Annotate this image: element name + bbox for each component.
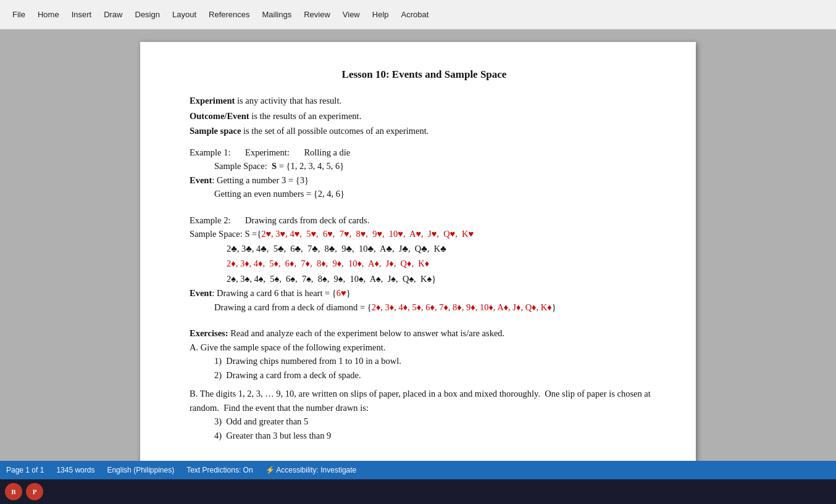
example1-experiment: Example 1: Experiment: Rolling a die bbox=[190, 146, 659, 159]
exercise-a1: 1) Drawing chips numbered from 1 to 10 i… bbox=[214, 354, 659, 368]
language-selector[interactable]: English (Philippines) bbox=[107, 466, 174, 474]
menu-design[interactable]: Design bbox=[129, 7, 166, 22]
example2-event1: Event: Drawing a card 6 that is heart = … bbox=[190, 286, 659, 300]
app-icon-bins[interactable]: B bbox=[5, 483, 22, 500]
menu-draw[interactable]: Draw bbox=[98, 7, 128, 22]
menu-home[interactable]: Home bbox=[31, 7, 65, 22]
exercises-intro: Exercises: Read and analyze each of the … bbox=[190, 326, 659, 340]
example1-section: Example 1: Experiment: Rolling a die Sam… bbox=[190, 146, 659, 201]
definitions-section: Experiment is any activity that has resu… bbox=[190, 94, 659, 138]
menu-mailings[interactable]: Mailings bbox=[256, 7, 298, 22]
card-row-diamonds: 2♦, 3♦, 4♦, 5♦, 6♦, 7♦, 8♦, 9♦, 10♦, A♦,… bbox=[227, 256, 659, 271]
card-row-clubs: 2♣, 3♣, 4♣, 5♣, 6♣, 7♣, 8♣, 9♣, 10♣, A♣,… bbox=[227, 241, 659, 257]
page-title: Lesson 10: Events and Sample Space bbox=[190, 67, 659, 83]
accessibility-icon: ⚡ bbox=[265, 466, 275, 474]
document-area: Lesson 10: Events and Sample Space Exper… bbox=[0, 30, 836, 461]
example2-sample-space: Sample Space: S ={2♥, 3♥, 4♥, 5♥, 6♥, 7♥… bbox=[190, 227, 659, 241]
menu-acrobat[interactable]: Acrobat bbox=[395, 7, 435, 22]
example1-event2: Getting an even numbers = {2, 4, 6} bbox=[214, 187, 659, 200]
exercise-a2: 2) Drawing a card from a deck of spade. bbox=[214, 368, 659, 382]
accessibility-status[interactable]: ⚡ Accessibility: Investigate bbox=[265, 466, 357, 474]
example2-header: Example 2: Drawing cards from deck of ca… bbox=[190, 213, 659, 227]
example2-event2: Drawing a card from a deck of diamond = … bbox=[214, 300, 659, 314]
taskbar: B P bbox=[0, 479, 836, 504]
menu-references[interactable]: References bbox=[203, 7, 256, 22]
definition-sample-space: Sample space is the set of all possible … bbox=[190, 124, 659, 138]
section-a-label: A. Give the sample space of the followin… bbox=[190, 341, 659, 354]
word-count: 1345 words bbox=[56, 466, 94, 474]
page-info: Page 1 of 1 bbox=[6, 466, 44, 474]
menu-view[interactable]: View bbox=[336, 7, 366, 22]
example1-sample-space: Sample Space: S = {1, 2, 3, 4, 5, 6} bbox=[214, 159, 659, 173]
example2-section: Example 2: Drawing cards from deck of ca… bbox=[190, 213, 659, 315]
menu-layout[interactable]: Layout bbox=[166, 7, 203, 22]
definition-experiment: Experiment is any activity that has resu… bbox=[190, 94, 659, 107]
app-icon-parts[interactable]: P bbox=[26, 483, 43, 500]
menu-review[interactable]: Review bbox=[298, 7, 336, 22]
exercises-section: Exercises: Read and analyze each of the … bbox=[190, 326, 659, 442]
example1-event-label: Event: Getting a number 3 = {3} bbox=[190, 173, 659, 187]
menu-bar: File Home Insert Draw Design Layout Refe… bbox=[0, 0, 836, 30]
status-bar: Page 1 of 1 1345 words English (Philippi… bbox=[0, 461, 836, 479]
menu-help[interactable]: Help bbox=[366, 7, 395, 22]
menu-file[interactable]: File bbox=[6, 7, 31, 22]
card-row-spades: 2♠, 3♠, 4♠, 5♠, 6♠, 7♠, 8♠, 9♠, 10♠, A♠,… bbox=[227, 271, 659, 287]
definition-outcome: Outcome/Event is the results of an exper… bbox=[190, 109, 659, 123]
text-predictions[interactable]: Text Predictions: On bbox=[186, 466, 253, 474]
document-page[interactable]: Lesson 10: Events and Sample Space Exper… bbox=[140, 42, 696, 461]
menu-insert[interactable]: Insert bbox=[65, 7, 98, 22]
card-rows: 2♣, 3♣, 4♣, 5♣, 6♣, 7♣, 8♣, 9♣, 10♣, A♣,… bbox=[227, 241, 659, 287]
exercise-b3: 3) Odd and greater than 5 bbox=[214, 415, 659, 428]
section-b-text: B. The digits 1, 2, 3, … 9, 10, are writ… bbox=[190, 387, 659, 415]
exercise-b4: 4) Greater than 3 but less than 9 bbox=[214, 429, 659, 442]
